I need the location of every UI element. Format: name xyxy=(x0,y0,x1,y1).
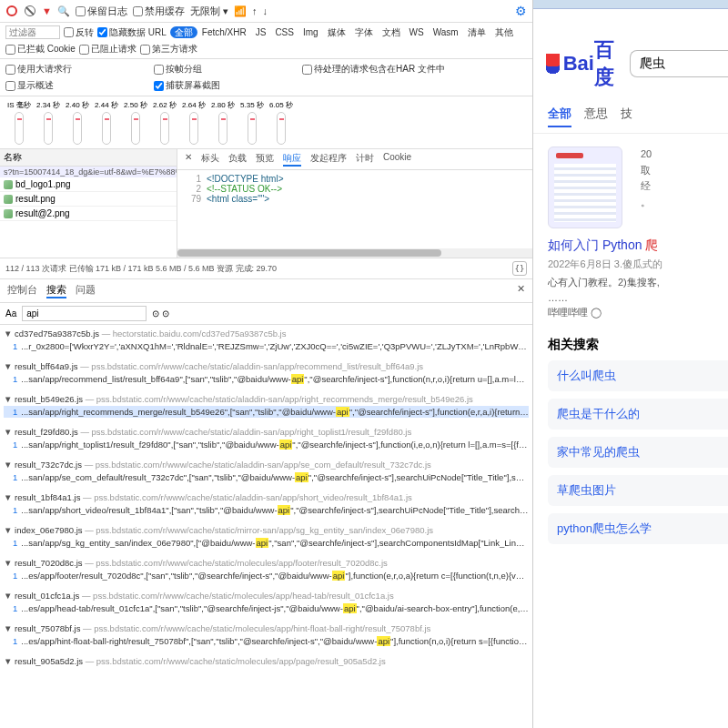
request-url-row[interactable]: s?tn=15007414_18_dg&ie=utf-8&wd=%E7%88%A… xyxy=(0,167,177,177)
baidu-tabs: 全部意思技 xyxy=(533,100,728,134)
third-party-checkbox[interactable]: 第三方请求 xyxy=(140,43,197,56)
result-match-line[interactable]: 1...san/app/se_com_default/result_732c7d… xyxy=(4,471,529,483)
record-icon[interactable] xyxy=(5,5,18,17)
baidu-logo[interactable]: Bai百度 xyxy=(546,36,621,91)
result-match-line[interactable]: 1...san/app/recommend_list/result_bff64a… xyxy=(4,373,529,385)
response-tab-5[interactable]: 计时 xyxy=(356,152,374,167)
request-row[interactable]: result@2.png xyxy=(0,207,177,221)
large-rows-checkbox[interactable]: 使用大请求行 xyxy=(5,63,72,76)
baidu-search-input[interactable] xyxy=(630,50,728,77)
search-icon[interactable]: 🔍 xyxy=(57,5,70,17)
file-icon xyxy=(4,209,13,218)
type-pill-CSS[interactable]: CSS xyxy=(270,26,298,38)
timeline-tick: 2.50 秒 xyxy=(122,100,149,145)
blocked-cookies-checkbox[interactable]: 已拦截 Cookie xyxy=(5,43,76,56)
request-list: 名称 s?tn=15007414_18_dg&ie=utf-8&wd=%E7%8… xyxy=(0,149,177,258)
result-match-line[interactable]: 1...es/app/footer/result_7020d8c",["san"… xyxy=(4,570,529,581)
settings-gear-icon[interactable]: ⚙ xyxy=(515,4,527,18)
timeline-tick: 2.34 秒 xyxy=(35,100,62,145)
baidu-tab-1[interactable]: 意思 xyxy=(584,106,608,127)
preserve-log-checkbox[interactable]: 保留日志 xyxy=(76,5,127,18)
type-pill-字体[interactable]: 字体 xyxy=(350,26,378,38)
result-match-line[interactable]: 1...san/app/sg_kg_entity_san/index_06e79… xyxy=(4,537,529,549)
type-pill-Wasm[interactable]: Wasm xyxy=(429,26,463,38)
download-icon[interactable]: ↓ xyxy=(262,5,268,16)
match-case-toggle[interactable]: Aa xyxy=(5,308,16,318)
result-file-header[interactable]: ▼ result_7020d8c.js — pss.bdstatic.com/r… xyxy=(4,556,529,570)
close-drawer-icon[interactable]: ✕ xyxy=(517,283,525,298)
result-thumbnail[interactable] xyxy=(548,147,622,228)
response-code[interactable]: 1<!DOCTYPE html>2<!--STATUS OK-->79<html… xyxy=(177,170,532,248)
show-overview-checkbox[interactable]: 显示概述 xyxy=(5,79,72,92)
response-tab-3[interactable]: 响应 xyxy=(283,152,301,167)
result-file-header[interactable]: ▼ result_b549e26.js — pss.bdstatic.com/r… xyxy=(4,392,529,406)
result-group: ▼ result_7020d8c.js — pss.bdstatic.com/r… xyxy=(4,556,529,581)
result-match-line[interactable]: 1...san/app/short_video/result_1bf84a1",… xyxy=(4,504,529,516)
baidu-tab-2[interactable]: 技 xyxy=(621,106,632,127)
timeline-overview[interactable]: IS 毫秒 2.34 秒2.40 秒2.44 秒2.50 秒2.62 秒2.64… xyxy=(0,96,532,149)
pending-in-har-checkbox[interactable]: 待处理的请求包含在HAR 文件中 xyxy=(302,63,445,76)
result-file-header[interactable]: ▼ cd37ed75a9387c5b.js — hectorstatic.bai… xyxy=(4,327,529,340)
column-name[interactable]: 名称 xyxy=(0,149,177,167)
filter-funnel-icon[interactable]: ▼ xyxy=(42,5,52,16)
capture-screenshots-checkbox[interactable]: 捕获屏幕截图 xyxy=(154,79,220,92)
address-bar[interactable] xyxy=(533,0,728,9)
pretty-print-icon[interactable]: {} xyxy=(512,261,527,276)
search-results-area: 20 取 经 。 如何入门 Python 爬 2022年6月8日 3.傻瓜式的 … xyxy=(533,134,728,564)
result-title-link[interactable]: 如何入门 Python 爬 xyxy=(548,232,728,254)
blocked-requests-checkbox[interactable]: 已阻止请求 xyxy=(79,43,136,56)
result-match-line[interactable]: 1...es/app/head-tab/result_01cfc1a",["sa… xyxy=(4,602,529,614)
result-file-header[interactable]: ▼ result_732c7dc.js — pss.bdstatic.com/r… xyxy=(4,458,529,471)
response-tab-2[interactable]: 预览 xyxy=(256,152,274,167)
throttle-select[interactable]: 无限制 ▾ xyxy=(190,5,228,18)
wifi-icon[interactable]: 📶 xyxy=(234,5,247,17)
response-tab-4[interactable]: 发起程序 xyxy=(310,152,347,167)
related-search-item[interactable]: python爬虫怎么学 xyxy=(548,513,728,544)
result-file-header[interactable]: ▼ result_1bf84a1.js — pss.bdstatic.com/r… xyxy=(4,490,529,504)
result-match-line[interactable]: 1...san/app/right_toplist1/result_f29fd8… xyxy=(4,439,529,450)
type-pill-文档[interactable]: 文档 xyxy=(378,26,405,38)
baidu-tab-0[interactable]: 全部 xyxy=(548,106,571,127)
search-nav[interactable]: ⊙ ⊙ xyxy=(152,308,169,318)
invert-checkbox[interactable]: 反转 xyxy=(64,26,94,39)
response-tab-6[interactable]: Cookie xyxy=(383,152,411,167)
type-pill-WS[interactable]: WS xyxy=(405,26,429,38)
related-search-item[interactable]: 什么叫爬虫 xyxy=(548,360,728,391)
request-row[interactable]: bd_logo1.png xyxy=(0,177,177,192)
clear-icon[interactable] xyxy=(24,5,36,17)
close-icon[interactable]: ✕ xyxy=(185,152,192,167)
filter-input[interactable] xyxy=(5,25,60,39)
group-by-frame-checkbox[interactable]: 按帧分组 xyxy=(154,63,220,76)
type-pill-其他[interactable]: 其他 xyxy=(490,26,518,38)
result-file-header[interactable]: ▼ result_01cfc1a.js — pss.bdstatic.com/r… xyxy=(4,589,529,602)
upload-icon[interactable]: ↑ xyxy=(252,5,258,16)
result-file-header[interactable]: ▼ result_75078bf.js — pss.bdstatic.com/r… xyxy=(4,622,529,635)
type-pill-清单[interactable]: 清单 xyxy=(463,26,490,38)
result-file-header[interactable]: ▼ index_06e7980.js — pss.bdstatic.com/r/… xyxy=(4,523,529,537)
result-file-header[interactable]: ▼ result_f29fd80.js — pss.bdstatic.com/r… xyxy=(4,425,529,439)
related-search-item[interactable]: 爬虫是干什么的 xyxy=(548,399,728,430)
result-file-header[interactable]: ▼ result_bff64a9.js — pss.bdstatic.com/r… xyxy=(4,359,529,373)
request-row[interactable]: result.png xyxy=(0,192,177,207)
type-pill-Img[interactable]: Img xyxy=(298,26,323,38)
drawer-tab-0[interactable]: 控制台 xyxy=(7,283,37,298)
result-match-line[interactable]: 1...es/app/hint-float-ball-right/result_… xyxy=(4,635,529,647)
related-search-item[interactable]: 家中常见的爬虫 xyxy=(548,437,728,468)
type-pill-Fetch/XHR[interactable]: Fetch/XHR xyxy=(197,26,251,38)
disable-cache-checkbox[interactable]: 禁用缓存 xyxy=(133,5,185,18)
type-pill-媒体[interactable]: 媒体 xyxy=(323,26,350,38)
response-tab-1[interactable]: 负载 xyxy=(228,152,247,167)
drawer-tab-2[interactable]: 问题 xyxy=(76,283,96,298)
hide-data-urls-checkbox[interactable]: 隐藏数据 URL xyxy=(97,26,167,39)
search-results[interactable]: ▼ cd37ed75a9387c5b.js — hectorstatic.bai… xyxy=(0,325,532,728)
result-file-header[interactable]: ▼ result_905a5d2.js — pss.bdstatic.com/r… xyxy=(4,654,529,668)
horizontal-scrollbar[interactable] xyxy=(177,248,532,258)
search-input[interactable] xyxy=(22,306,147,321)
type-pill-JS[interactable]: JS xyxy=(251,26,271,38)
drawer-tab-1[interactable]: 搜索 xyxy=(46,283,66,298)
type-pill-全部[interactable]: 全部 xyxy=(170,26,197,38)
response-tab-0[interactable]: 标头 xyxy=(201,152,219,167)
result-match-line[interactable]: 1...r_0x2800=['WkxrY2Y=','aXNXQ1hM=','Rl… xyxy=(4,340,529,352)
related-search-item[interactable]: 草爬虫图片 xyxy=(548,475,728,506)
result-match-line[interactable]: 1...san/app/right_recommends_merge/resul… xyxy=(4,406,529,418)
